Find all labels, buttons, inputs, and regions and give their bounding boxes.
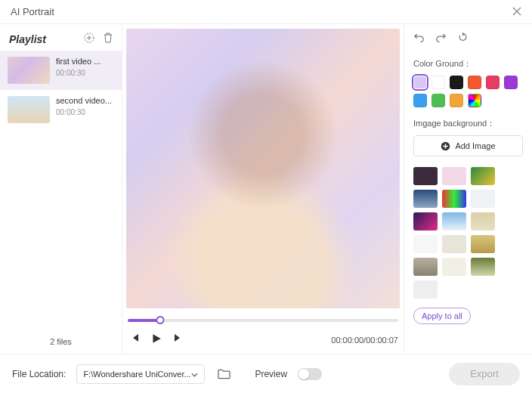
color-swatch[interactable] <box>431 94 445 107</box>
playlist-heading: Playlist <box>9 33 46 45</box>
color-swatch[interactable] <box>431 76 445 89</box>
titlebar: AI Portrait <box>0 0 532 24</box>
playlist-item-duration: 00:00:30 <box>56 108 112 116</box>
play-button[interactable] <box>150 333 162 347</box>
reset-icon[interactable] <box>457 32 469 45</box>
apply-to-all-button[interactable]: Apply to all <box>413 308 471 324</box>
prev-frame-button[interactable] <box>129 333 140 347</box>
background-thumb[interactable] <box>471 258 495 276</box>
playlist-item-duration: 00:00:30 <box>56 69 101 77</box>
color-swatch[interactable] <box>468 76 481 89</box>
background-thumb[interactable] <box>413 258 438 276</box>
playlist-item[interactable]: first video ... 00:00:30 <box>0 51 122 90</box>
add-media-icon[interactable] <box>83 32 95 46</box>
app-title: AI Portrait <box>11 6 54 17</box>
preview-toggle[interactable] <box>298 368 322 380</box>
color-swatch[interactable] <box>413 76 427 89</box>
color-swatch[interactable] <box>413 94 427 107</box>
color-swatch[interactable] <box>504 76 518 89</box>
file-location-select[interactable]: F:\Wondershare UniConver... <box>76 364 205 384</box>
file-location-path: F:\Wondershare UniConver... <box>83 370 190 379</box>
preview-label: Preview <box>255 369 287 379</box>
background-thumb[interactable] <box>413 190 438 208</box>
playlist-count: 2 files <box>0 330 122 354</box>
background-thumb[interactable] <box>471 212 495 231</box>
background-thumb[interactable] <box>442 190 466 208</box>
undo-icon[interactable] <box>413 32 425 45</box>
add-image-label: Add Image <box>455 141 495 150</box>
timeline-slider[interactable] <box>128 316 398 325</box>
background-thumb[interactable] <box>413 280 438 299</box>
color-swatch[interactable] <box>450 94 463 107</box>
color-swatch[interactable] <box>468 94 481 107</box>
background-thumb[interactable] <box>471 167 495 185</box>
background-thumb[interactable] <box>442 235 466 253</box>
file-location-label: File Location: <box>12 369 66 379</box>
background-thumb[interactable] <box>413 235 438 253</box>
playlist-thumb <box>8 57 50 84</box>
color-swatch[interactable] <box>486 76 500 89</box>
background-thumb[interactable] <box>442 212 466 231</box>
playlist-panel: Playlist first video ... 00:00:30 second… <box>0 24 122 354</box>
background-thumb[interactable] <box>442 258 466 276</box>
color-ground-label: Color Ground： <box>413 58 523 70</box>
preview-panel: 00:00:00/00:00:07 <box>122 24 404 354</box>
color-swatch[interactable] <box>450 76 463 89</box>
background-thumb[interactable] <box>413 167 438 185</box>
chevron-down-icon <box>191 370 198 379</box>
open-folder-button[interactable] <box>215 366 232 382</box>
image-background-label: Imgage background： <box>413 118 523 129</box>
playlist-item-name: first video ... <box>56 57 101 66</box>
close-icon[interactable] <box>512 5 521 18</box>
background-thumb[interactable] <box>471 190 495 208</box>
export-button[interactable]: Export <box>449 363 520 385</box>
redo-icon[interactable] <box>435 32 447 45</box>
background-thumbnails <box>413 167 523 299</box>
settings-panel: Color Ground： Imgage background： Add Ima… <box>404 24 532 354</box>
playlist-item-name: second video... <box>56 96 112 105</box>
delete-icon[interactable] <box>103 32 113 46</box>
bottom-bar: File Location: F:\Wondershare UniConver.… <box>0 354 532 393</box>
preview-canvas <box>126 29 400 308</box>
time-readout: 00:00:00/00:00:07 <box>331 336 398 345</box>
add-image-button[interactable]: Add Image <box>413 135 523 156</box>
background-thumb[interactable] <box>471 235 495 253</box>
playlist-thumb <box>8 96 50 123</box>
color-swatches <box>413 76 523 107</box>
next-frame-button[interactable] <box>173 333 184 347</box>
playlist-item[interactable]: second video... 00:00:30 <box>0 90 122 129</box>
background-thumb[interactable] <box>442 167 466 185</box>
background-thumb[interactable] <box>413 212 438 231</box>
